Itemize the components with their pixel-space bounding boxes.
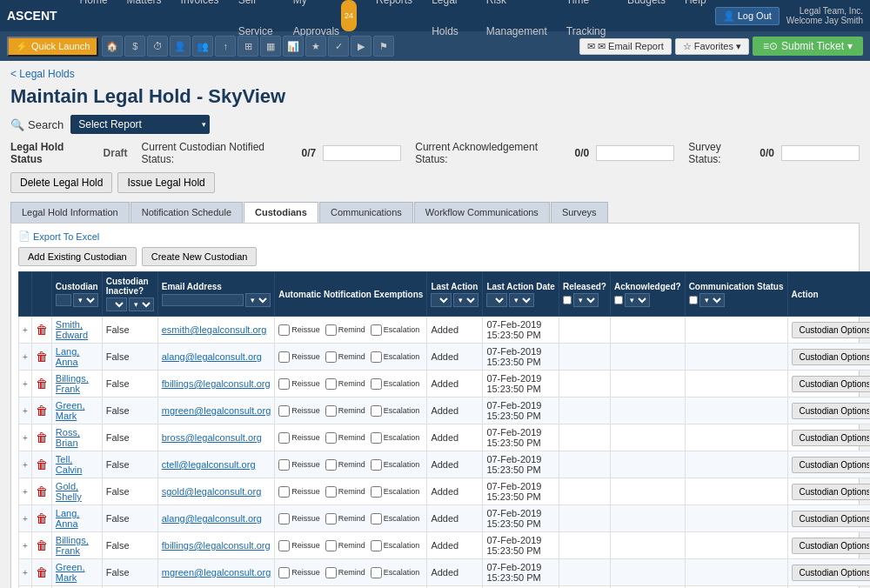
survey-status-input[interactable] (781, 145, 860, 161)
date-filter[interactable] (486, 293, 507, 307)
ack-status-input[interactable] (596, 145, 674, 161)
remind-checkbox[interactable] (325, 324, 337, 336)
home-icon[interactable]: 🏠 (102, 36, 123, 57)
tab-notification-schedule[interactable]: Notification Schedule (130, 202, 243, 223)
released-filter-checkbox[interactable] (563, 296, 572, 304)
custodian-options-select[interactable]: Custodian Options (792, 565, 870, 581)
export-excel-link[interactable]: 📄 Export To Excel (18, 231, 852, 242)
inactive-filter-select2[interactable]: ▾ (129, 297, 154, 311)
custodian-filter[interactable] (56, 294, 71, 306)
custodian-email-link[interactable]: fbillings@legalconsult.org (162, 378, 271, 389)
custodian-status-input[interactable] (323, 145, 401, 161)
custodian-options-select[interactable]: Custodian Options (792, 484, 870, 500)
delete-legal-hold-button[interactable]: Delete Legal Hold (10, 172, 112, 193)
comm-filter-checkbox[interactable] (689, 296, 698, 304)
custodian-name-link[interactable]: Green, Mark (56, 400, 85, 421)
expand-icon[interactable]: + (23, 460, 28, 470)
report-select[interactable]: Select Report (70, 115, 210, 134)
reissue-checkbox[interactable] (278, 351, 290, 363)
custodian-name-link[interactable]: Smith, Edward (56, 319, 88, 340)
expand-icon[interactable]: + (23, 514, 28, 524)
expand-icon[interactable]: + (23, 325, 28, 335)
reissue-checkbox[interactable] (278, 432, 290, 444)
delete-row-icon[interactable]: 🗑 (36, 323, 48, 337)
custodian-options-select[interactable]: Custodian Options (792, 376, 870, 392)
custodian-email-link[interactable]: ctell@legalconsult.org (162, 459, 256, 470)
reissue-checkbox[interactable] (278, 405, 290, 417)
escalation-checkbox[interactable] (371, 567, 382, 578)
escalation-checkbox[interactable] (371, 324, 382, 336)
delete-row-icon[interactable]: 🗑 (36, 511, 48, 525)
last-action-filter[interactable] (431, 293, 452, 307)
custodian-email-link[interactable]: alang@legalconsult.org (162, 351, 262, 362)
custodian-name-link[interactable]: Lang, Anna (56, 346, 80, 367)
email-filter-select[interactable]: ▾ (245, 293, 271, 307)
grid-icon[interactable]: ⊞ (238, 36, 258, 57)
delete-row-icon[interactable]: 🗑 (36, 404, 48, 418)
ack-filter-checkbox[interactable] (614, 296, 623, 304)
clock-icon[interactable]: ⏱ (147, 36, 168, 57)
table-icon[interactable]: ▦ (260, 36, 281, 57)
custodian-options-select[interactable]: Custodian Options (792, 349, 870, 365)
custodian-name-link[interactable]: Gold, Shelly (56, 481, 82, 502)
play-icon[interactable]: ▶ (351, 36, 371, 57)
delete-row-icon[interactable]: 🗑 (36, 538, 48, 552)
released-filter-select[interactable]: ▾ (573, 293, 599, 307)
custodian-options-select[interactable]: Custodian Options (792, 322, 870, 338)
expand-icon[interactable]: + (23, 433, 28, 443)
remind-checkbox[interactable] (325, 405, 337, 417)
escalation-checkbox[interactable] (371, 432, 382, 444)
flag-icon[interactable]: ⚑ (373, 36, 394, 57)
logout-button[interactable]: 👤 Log Out (715, 7, 780, 25)
custodian-options-select[interactable]: Custodian Options (792, 403, 870, 419)
delete-row-icon[interactable]: 🗑 (36, 377, 48, 391)
expand-icon[interactable]: + (23, 487, 28, 497)
reissue-checkbox[interactable] (278, 486, 290, 498)
expand-icon[interactable]: + (23, 406, 28, 416)
tab-surveys[interactable]: Surveys (551, 202, 608, 223)
people-icon[interactable]: 👥 (192, 36, 213, 57)
expand-icon[interactable]: + (23, 352, 28, 362)
tab-workflow-communications[interactable]: Workflow Communications (414, 202, 550, 223)
custodian-name-link[interactable]: Billings, Frank (56, 535, 89, 556)
custodian-filter-select[interactable]: ▾ (73, 293, 98, 307)
tab-communications[interactable]: Communications (319, 202, 413, 223)
escalation-checkbox[interactable] (371, 378, 382, 390)
reissue-checkbox[interactable] (278, 540, 290, 551)
dollar-icon[interactable]: $ (124, 36, 145, 57)
email-report-button[interactable]: ✉ ✉ Email Report (579, 38, 672, 55)
remind-checkbox[interactable] (325, 486, 337, 498)
remind-checkbox[interactable] (325, 513, 337, 525)
custodian-options-select[interactable]: Custodian Options (792, 430, 870, 446)
add-existing-custodian-button[interactable]: Add Existing Custodian (18, 247, 137, 266)
custodian-options-select[interactable]: Custodian Options (792, 457, 870, 473)
tab-custodians[interactable]: Custodians (244, 202, 318, 223)
reissue-checkbox[interactable] (278, 567, 290, 578)
arrow-icon[interactable]: ↑ (215, 36, 236, 57)
expand-icon[interactable]: + (23, 568, 28, 578)
email-filter[interactable] (162, 294, 244, 306)
custodian-email-link[interactable]: mgreen@legalconsult.org (162, 405, 271, 416)
reissue-checkbox[interactable] (278, 459, 290, 471)
remind-checkbox[interactable] (325, 540, 337, 551)
remind-checkbox[interactable] (325, 378, 337, 390)
remind-checkbox[interactable] (325, 567, 337, 578)
custodian-options-select[interactable]: Custodian Options (792, 538, 870, 554)
submit-ticket-button[interactable]: ≡⊙ Submit Ticket ▾ (753, 37, 863, 56)
remind-checkbox[interactable] (325, 432, 337, 444)
escalation-checkbox[interactable] (371, 459, 382, 471)
custodian-email-link[interactable]: sgold@legalconsult.org (162, 486, 262, 497)
reissue-checkbox[interactable] (278, 513, 290, 525)
reissue-checkbox[interactable] (278, 324, 290, 336)
breadcrumb[interactable]: Legal Holds (10, 68, 860, 80)
custodian-name-link[interactable]: Lang, Anna (56, 508, 80, 529)
custodian-name-link[interactable]: Green, Mark (56, 562, 85, 583)
star-icon[interactable]: ★ (305, 36, 326, 57)
escalation-checkbox[interactable] (371, 540, 382, 551)
escalation-checkbox[interactable] (371, 405, 382, 417)
custodian-email-link[interactable]: mgreen@legalconsult.org (162, 567, 271, 578)
expand-icon[interactable]: + (23, 379, 28, 389)
escalation-checkbox[interactable] (371, 513, 382, 525)
custodian-name-link[interactable]: Billings, Frank (56, 373, 89, 394)
expand-icon[interactable]: + (23, 541, 28, 551)
